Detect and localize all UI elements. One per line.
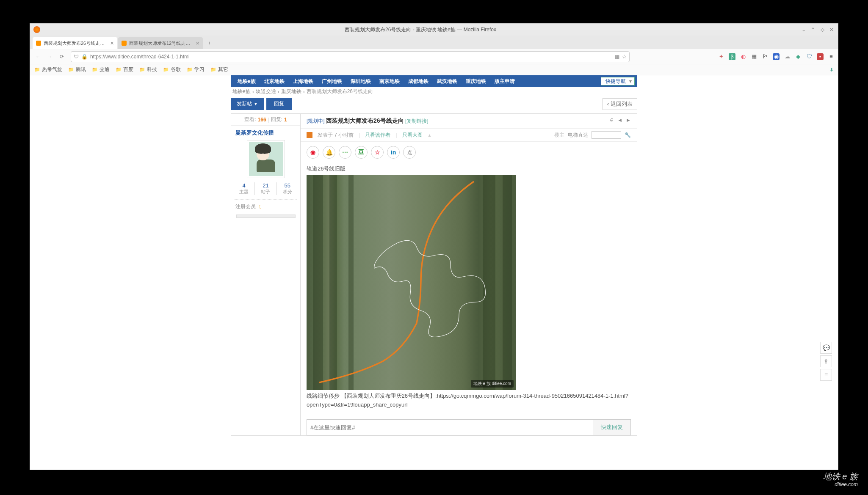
bookmark-folder[interactable]: 热带气旋 [34, 66, 62, 73]
topnav-link[interactable]: 重庆地铁 [462, 75, 490, 87]
elevator-input[interactable] [592, 131, 621, 139]
ext-icon[interactable]: ✦ [718, 53, 724, 60]
list-icon[interactable]: ≡ [820, 369, 832, 381]
comment-icon[interactable]: 💬 [820, 342, 832, 354]
print-icon[interactable]: 🖨 [609, 117, 614, 123]
post-text: 轨道26号线旧版 [307, 165, 631, 173]
window-maximize-down-icon[interactable]: ⌃ [810, 27, 816, 33]
topnav-link[interactable]: 地铁e族 [233, 75, 260, 87]
shield-icon[interactable]: 🛡 [74, 54, 79, 60]
bookmark-folder[interactable]: 学习 [187, 66, 205, 73]
copy-link[interactable]: [复制链接] [405, 118, 428, 124]
breadcrumb-link[interactable]: 轨道交通 [256, 88, 276, 95]
wrench-icon[interactable]: 🔧 [625, 132, 631, 138]
site-topnav: 地铁e族 北京地铁 上海地铁 广州地铁 深圳地铁 南京地铁 成都地铁 武汉地铁 … [231, 75, 637, 87]
scroll-top-icon[interactable]: ⇪ [820, 355, 832, 367]
share-bell-icon[interactable]: 🔔 [323, 146, 335, 159]
share-wechat-icon[interactable]: ⋯ [339, 146, 351, 159]
breadcrumb-link[interactable]: 重庆地铁 [281, 88, 301, 95]
avatar[interactable] [247, 140, 285, 178]
bookmark-folder[interactable]: 交通 [92, 66, 110, 73]
quick-reply-area: 快速回复 [301, 415, 637, 435]
next-icon[interactable]: ► [626, 117, 631, 123]
map-image[interactable]: 地铁 e 族 ditiee.com [307, 175, 516, 390]
topnav-link[interactable]: 武汉地铁 [433, 75, 462, 87]
page-watermark: 地铁 e 族 ditiee.com [823, 471, 858, 487]
share-douban-icon[interactable]: 豆 [355, 146, 368, 159]
post-meta: 发表于 7 小时前 | 只看该作者 | 只看大图 ▲ 楼主 电梯直达 🔧 [301, 129, 637, 142]
ext-icon[interactable]: ▪ [817, 53, 824, 60]
username-link[interactable]: 曼荼罗文化传播 [231, 126, 300, 140]
view-reply-stats: 查看: 166 | 回复: 1 [231, 114, 300, 126]
stat-points[interactable]: 55积分 [283, 182, 292, 195]
tab-close-icon[interactable]: ✕ [196, 41, 199, 46]
ext-icon[interactable]: ◉ [773, 53, 780, 60]
share-weibo-icon[interactable]: ◉ [307, 146, 319, 159]
post-tag[interactable]: [规划中] [307, 118, 325, 124]
ext-icon[interactable]: β [729, 53, 735, 60]
topnav-link[interactable]: 北京地铁 [260, 75, 289, 87]
share-star-icon[interactable]: ☆ [371, 146, 384, 159]
new-post-button[interactable]: 发新帖 ▼ [231, 98, 264, 110]
back-button[interactable]: ← [33, 52, 43, 61]
bookmark-star-icon[interactable]: ☆ [622, 54, 627, 60]
ext-icon[interactable]: ☁ [784, 53, 791, 60]
topnav-link[interactable]: 版主申请 [490, 75, 519, 87]
ext-icon[interactable]: 🏳 [762, 53, 768, 60]
bookmark-folder[interactable]: 腾讯 [68, 66, 86, 73]
extension-icons: ✦ β ◐ ▦ 🏳 ◉ ☁ ◆ 🛡 ▪ ≡ [718, 53, 835, 60]
menu-icon[interactable]: ≡ [828, 53, 835, 60]
quick-reply-button[interactable]: 快速回复 [593, 419, 631, 435]
prev-icon[interactable]: ◄ [617, 117, 622, 123]
share-linkedin-icon[interactable]: in [387, 146, 400, 159]
forward-button[interactable]: → [45, 52, 55, 61]
page-content: 地铁e族 北京地铁 上海地铁 广州地铁 深圳地铁 南京地铁 成都地铁 武汉地铁 … [30, 75, 838, 470]
level-moon-icon: ☾ [258, 204, 263, 210]
url-input[interactable] [90, 54, 612, 60]
bookmark-folder[interactable]: 百度 [116, 66, 133, 73]
tab-close-icon[interactable]: ✕ [110, 41, 114, 46]
only-bigimg-link[interactable]: 只看大图 [402, 132, 423, 139]
window-minimize-icon[interactable]: ⌄ [801, 27, 807, 33]
topnav-link[interactable]: 深圳地铁 [346, 75, 375, 87]
reply-button[interactable]: 回复 [266, 98, 292, 110]
ext-icon[interactable]: ◐ [740, 53, 746, 60]
ext-icon[interactable]: 🛡 [806, 53, 813, 60]
bookmark-folder[interactable]: 科技 [139, 66, 157, 73]
tab-label: 西装规划大师发布12号线走… [129, 40, 190, 47]
url-bar[interactable]: 🛡 🔒 ▦ ☆ [71, 51, 630, 62]
share-dian-icon[interactable]: 点 [403, 146, 416, 159]
stat-posts[interactable]: 21帖子 [261, 182, 270, 195]
tab-2[interactable]: 西装规划大师发布12号线走… ✕ [118, 37, 203, 49]
user-sidebar: 查看: 166 | 回复: 1 曼荼罗文化传播 [231, 114, 301, 435]
window-maximize-icon[interactable]: ◇ [819, 27, 825, 33]
quicknav-dropdown[interactable]: 快捷导航 [601, 77, 635, 85]
download-icon[interactable]: ⬇ [829, 67, 834, 73]
bookmark-folder[interactable]: 谷歌 [163, 66, 181, 73]
ext-icon[interactable]: ▦ [751, 53, 757, 60]
topnav-link[interactable]: 南京地铁 [375, 75, 404, 87]
window-title: 西装规划大师发布26号线走向 - 重庆地铁 地铁e族 — Mozilla Fir… [40, 26, 801, 33]
quick-reply-input[interactable] [307, 419, 593, 435]
quicknav-label: 快捷导航 [605, 78, 626, 85]
only-author-link[interactable]: 只看该作者 [365, 132, 390, 139]
breadcrumb-link[interactable]: 地铁e族 [232, 88, 251, 95]
reload-button[interactable]: ⟳ [57, 52, 66, 61]
floor-label: 楼主 [554, 132, 564, 139]
publish-time: 发表于 7 小时前 [318, 132, 354, 139]
topnav-link[interactable]: 广州地铁 [318, 75, 346, 87]
new-tab-button[interactable]: + [204, 37, 216, 49]
topnav-link[interactable]: 上海地铁 [289, 75, 318, 87]
bookmark-folder[interactable]: 其它 [210, 66, 228, 73]
breadcrumb-current: 西装规划大师发布26号线走向 [307, 88, 373, 95]
return-list-button[interactable]: ‹ 返回列表 [603, 98, 637, 110]
ext-icon[interactable]: ◆ [795, 53, 802, 60]
tab-1[interactable]: 西装规划大师发布26号线走… ✕ [33, 37, 117, 49]
lock-icon[interactable]: 🔒 [81, 54, 88, 60]
tab-bar: 西装规划大师发布26号线走… ✕ 西装规划大师发布12号线走… ✕ + [30, 36, 838, 49]
topnav-link[interactable]: 成都地铁 [404, 75, 433, 87]
qr-icon[interactable]: ▦ [615, 54, 619, 60]
favicon-icon [122, 41, 127, 46]
stat-threads[interactable]: 4主题 [239, 182, 249, 195]
window-close-icon[interactable]: ✕ [829, 27, 835, 33]
